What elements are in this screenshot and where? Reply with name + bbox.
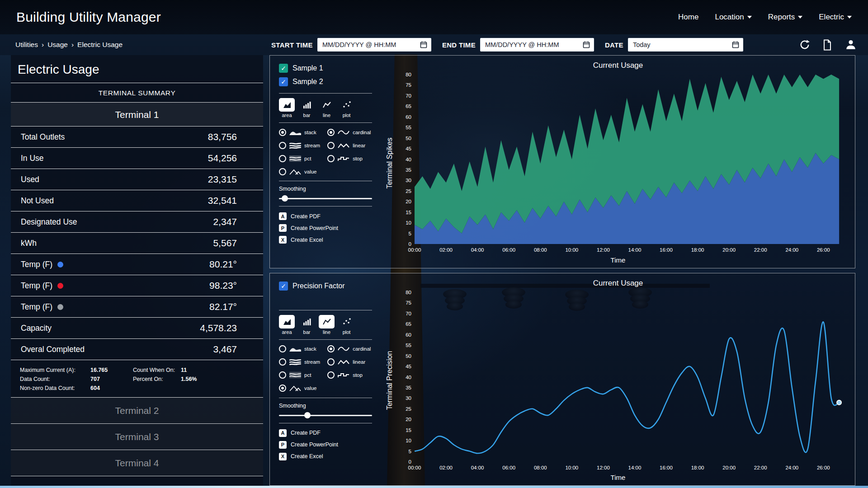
file-icon [823, 39, 832, 51]
radio-label: value [304, 169, 317, 174]
create-pdf-button[interactable]: A Create PDF [279, 429, 384, 437]
curve-stop-radio[interactable]: stop [327, 154, 371, 163]
svg-text:18:00: 18:00 [691, 465, 704, 470]
calendar-icon[interactable] [583, 41, 590, 48]
svg-text:20: 20 [406, 199, 411, 204]
curve-stop-radio[interactable]: stop [327, 371, 371, 380]
smoothing-slider[interactable] [279, 195, 372, 202]
curve-linear-radio[interactable]: linear [327, 141, 371, 150]
value-icon [289, 385, 301, 391]
mode-stack-radio[interactable]: stack [279, 127, 320, 137]
curve-linear-radio[interactable]: linear [327, 357, 371, 367]
row-label-text: Temp (F) [21, 281, 52, 291]
chart-type-plot-button[interactable]: plot [339, 98, 354, 118]
sample2-checkbox[interactable]: Sample 2 [279, 75, 384, 89]
terminal-1-header[interactable]: Terminal 1 [11, 103, 263, 127]
smoothing-slider[interactable] [279, 412, 372, 418]
row-label: Total Outlets [21, 132, 65, 142]
svg-text:75: 75 [406, 300, 411, 305]
row-label: Overal Completed [21, 345, 85, 354]
slider-thumb[interactable] [304, 412, 311, 418]
create-powerpoint-button[interactable]: P Create PowerPoint [279, 224, 384, 232]
curve-radio-column: cardinal linear stop [327, 127, 371, 176]
refresh-button[interactable] [799, 39, 810, 50]
mode-stack-radio[interactable]: stack [279, 344, 320, 354]
excel-icon: X [279, 236, 287, 244]
chart-type-line-button[interactable]: line [319, 315, 335, 335]
mode-stream-radio[interactable]: stream [279, 141, 320, 150]
date-label: DATE [605, 41, 623, 49]
stats-column: Maximum Current (A): 16.765 Data Count: … [20, 366, 133, 392]
end-time-input[interactable]: MM/DD/YYYY @ HH:MM [480, 38, 594, 52]
row-label-text: Temp (F) [21, 302, 52, 312]
end-time-label: END TIME [442, 41, 476, 49]
mode-value-radio[interactable]: value [279, 384, 320, 393]
radio-label: pct [304, 372, 311, 378]
chart-type-area-button[interactable]: area [279, 98, 295, 118]
stacked-area-chart[interactable]: 0510152025303540455055606570758000:0002:… [396, 70, 852, 256]
toolbar: Utilities › Usage › Electric Usage START… [0, 34, 868, 55]
create-pdf-button[interactable]: A Create PDF [279, 212, 384, 220]
mode-value-radio[interactable]: value [279, 167, 320, 176]
terminal-2-row[interactable]: Terminal 2 [11, 398, 263, 424]
create-powerpoint-button[interactable]: P Create PowerPoint [279, 441, 384, 449]
nav-item-location[interactable]: Location [715, 13, 751, 22]
table-row: Overal Completed 3,467 [11, 339, 263, 360]
top-navigation-bar: Building Utility Manager Home Location R… [0, 0, 868, 34]
breadcrumb-usage[interactable]: Usage [47, 41, 68, 49]
chart-type-label: area [282, 113, 292, 118]
main-nav: Home Location Reports Electric [678, 13, 852, 22]
chart-type-line-button[interactable]: line [319, 98, 335, 118]
start-time-input[interactable]: MM/DD/YYYY @ HH:MM [317, 38, 431, 52]
mode-pct-radio[interactable]: pct [279, 154, 320, 163]
curve-cardinal-radio[interactable]: cardinal [327, 127, 371, 137]
chart-type-label: bar [303, 329, 311, 335]
nav-item-reports[interactable]: Reports [768, 13, 803, 22]
export-label: Create Excel [291, 453, 323, 460]
chart-type-area-button[interactable]: area [279, 315, 295, 335]
smoothing-label: Smoothing [279, 186, 384, 192]
radio-label: cardinal [353, 130, 371, 135]
page-title: Electric Usage [11, 55, 263, 83]
svg-text:22:00: 22:00 [754, 247, 767, 253]
terminal-summary-header: TERMINAL SUMMARY [11, 83, 263, 103]
curve-cardinal-radio[interactable]: cardinal [327, 344, 371, 354]
area-chart-icon [279, 98, 295, 112]
sample1-checkbox[interactable]: Sample 1 [279, 61, 384, 75]
chart-type-label: plot [343, 329, 351, 335]
scatter-plot-icon [339, 315, 354, 328]
chart-type-plot-button[interactable]: plot [339, 315, 354, 335]
breadcrumb-utilities[interactable]: Utilities [15, 41, 38, 49]
time-filter-fields: START TIME MM/DD/YYYY @ HH:MM END TIME M… [271, 34, 743, 55]
report-file-button[interactable] [823, 39, 832, 51]
terminal-3-row[interactable]: Terminal 3 [11, 424, 263, 450]
create-excel-button[interactable]: X Create Excel [279, 453, 384, 460]
precision-line-chart[interactable]: 0510152025303540455055606570758000:0002:… [396, 288, 852, 474]
terminal-4-row[interactable]: Terminal 4 [11, 450, 263, 476]
chart-type-bar-button[interactable]: bar [299, 315, 315, 335]
user-menu-button[interactable] [844, 39, 857, 51]
svg-text:06:00: 06:00 [502, 247, 515, 253]
mode-stream-radio[interactable]: stream [279, 357, 320, 367]
chart2-column: Current Usage Terminal Precision 0510152… [384, 273, 855, 486]
chart-type-bar-button[interactable]: bar [299, 98, 315, 118]
mode-pct-radio[interactable]: pct [279, 371, 320, 380]
cardinal-icon [338, 346, 349, 352]
date-input[interactable]: Today [628, 38, 743, 52]
line-chart-icon [319, 315, 335, 328]
excel-icon: X [279, 453, 287, 460]
breadcrumb-electric-usage[interactable]: Electric Usage [77, 41, 123, 49]
divider [279, 122, 372, 123]
slider-thumb[interactable] [282, 195, 288, 202]
building-utility-manager-app: Building Utility Manager Home Location R… [0, 0, 868, 488]
calendar-icon[interactable] [420, 41, 427, 48]
table-row: Used 23,315 [11, 169, 263, 190]
nav-item-home[interactable]: Home [678, 13, 698, 22]
table-row: kWh 5,567 [11, 233, 263, 254]
create-excel-button[interactable]: X Create Excel [279, 236, 384, 244]
precision-factor-checkbox[interactable]: Precision Factor [279, 279, 384, 293]
radio-label: stack [304, 346, 316, 352]
nav-item-electric[interactable]: Electric [819, 13, 852, 22]
svg-text:80: 80 [406, 72, 411, 77]
calendar-icon[interactable] [732, 41, 739, 48]
